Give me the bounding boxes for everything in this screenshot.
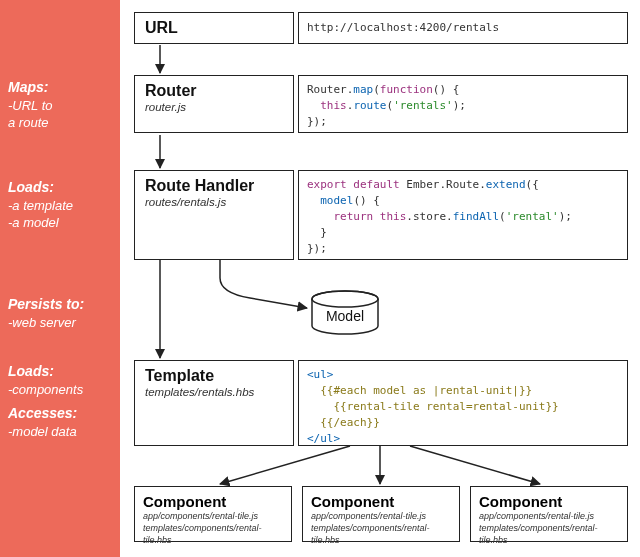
template-code: <ul> {{#each model as |rental-unit|}} {{… [298, 360, 628, 446]
route-box: Route Handler routes/rentals.js [134, 170, 294, 260]
side-persists: Persists to: -web server [8, 295, 114, 331]
template-title: Template [145, 367, 283, 385]
route-title: Route Handler [145, 177, 283, 195]
side-accesses: Accesses: -model data [8, 404, 114, 440]
side-loads1-title: Loads: [8, 178, 114, 197]
component-3-l2: templates/components/rental-tile.hbs [479, 523, 619, 546]
side-maps-l1: -URL to [8, 97, 114, 115]
component-1-title: Component [143, 493, 283, 510]
component-2-l2: templates/components/rental-tile.hbs [311, 523, 451, 546]
router-box: Router router.js [134, 75, 294, 133]
url-title: URL [145, 19, 283, 37]
component-1-l1: app/components/rental-tile.js [143, 511, 283, 522]
template-sub: templates/rentals.hbs [145, 386, 283, 398]
side-accesses-l1: -model data [8, 423, 114, 441]
template-box: Template templates/rentals.hbs [134, 360, 294, 446]
side-loads2-title: Loads: [8, 362, 114, 381]
side-maps-title: Maps: [8, 78, 114, 97]
side-maps: Maps: -URL to a route [8, 78, 114, 132]
main: URL http://localhost:4200/rentals Router… [120, 0, 640, 557]
url-value: http://localhost:4200/rentals [307, 20, 499, 36]
url-box: URL [134, 12, 294, 44]
router-code: Router.map(function() { this.route('rent… [298, 75, 628, 133]
arrow-tpl-c3 [410, 446, 540, 484]
arrow-route-model [220, 260, 307, 308]
url-value-box: http://localhost:4200/rentals [298, 12, 628, 44]
component-1-l2: templates/components/rental-tile.hbs [143, 523, 283, 546]
side-loads1-l1: -a template [8, 197, 114, 215]
side-accesses-title: Accesses: [8, 404, 114, 423]
side-persists-title: Persists to: [8, 295, 114, 314]
sidebar: Maps: -URL to a route Loads: -a template… [0, 0, 120, 557]
arrow-tpl-c1 [220, 446, 350, 484]
component-box-2: Component app/components/rental-tile.js … [302, 486, 460, 542]
side-maps-l2: a route [8, 114, 114, 132]
model-label: Model [310, 308, 380, 324]
router-sub: router.js [145, 101, 283, 113]
model-cylinder: Model [310, 290, 380, 336]
component-2-title: Component [311, 493, 451, 510]
side-loads1: Loads: -a template -a model [8, 178, 114, 232]
component-2-l1: app/components/rental-tile.js [311, 511, 451, 522]
router-title: Router [145, 82, 283, 100]
component-3-title: Component [479, 493, 619, 510]
route-sub: routes/rentals.js [145, 196, 283, 208]
side-loads2-l1: -components [8, 381, 114, 399]
route-code: export default Ember.Route.extend({ mode… [298, 170, 628, 260]
component-box-1: Component app/components/rental-tile.js … [134, 486, 292, 542]
component-box-3: Component app/components/rental-tile.js … [470, 486, 628, 542]
side-persists-l1: -web server [8, 314, 114, 332]
side-loads2: Loads: -components [8, 362, 114, 398]
component-3-l1: app/components/rental-tile.js [479, 511, 619, 522]
side-loads1-l2: -a model [8, 214, 114, 232]
